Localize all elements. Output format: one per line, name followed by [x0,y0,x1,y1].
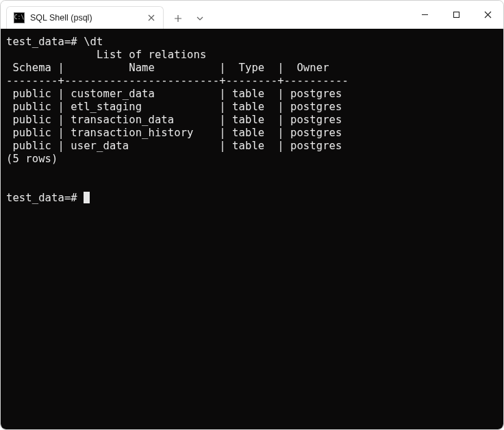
cmd-icon: C:\ [14,12,25,23]
maximize-icon [453,11,460,18]
titlebar-drag-area[interactable] [210,1,409,29]
table-header: Schema | Name | Type | Owner [6,62,329,74]
table-row: public | transaction_data | table | post… [6,114,342,126]
new-tab-button[interactable] [168,8,188,29]
plus-icon [174,14,182,23]
command-text: \dt [84,36,103,48]
window-titlebar: C:\ SQL Shell (psql) [1,1,503,29]
close-window-button[interactable] [472,1,503,29]
table-row: public | user_data | table | postgres [6,140,342,152]
table-row: public | customer_data | table | postgre… [6,88,342,100]
tab-dropdown-button[interactable] [190,8,210,29]
row-count: (5 rows) [6,153,58,165]
prompt: test_data=# [6,36,77,48]
window-controls [409,1,503,29]
close-window-icon [484,11,492,18]
terminal-viewport[interactable]: test_data=# \dt List of relations Schema… [1,29,503,429]
cursor [84,192,90,203]
minimize-button[interactable] [409,1,440,29]
heading-indent [6,49,97,61]
table-separator: --------+------------------------+------… [6,75,349,87]
close-icon [148,14,155,21]
prompt: test_data=# [6,192,84,204]
chevron-down-icon [196,14,204,23]
tabs-area: C:\ SQL Shell (psql) [1,1,210,29]
svg-rect-0 [453,12,459,18]
tab-title: SQL Shell (psql) [30,13,140,23]
close-tab-button[interactable] [145,12,158,24]
list-heading: List of relations [97,49,206,61]
table-row: public | transaction_history | table | p… [6,127,342,139]
maximize-button[interactable] [440,1,472,29]
minimize-icon [421,11,429,18]
tab-actions [164,8,210,29]
tab-sql-shell[interactable]: C:\ SQL Shell (psql) [6,6,164,29]
table-row: public | etl_staging | table | postgres [6,101,342,113]
